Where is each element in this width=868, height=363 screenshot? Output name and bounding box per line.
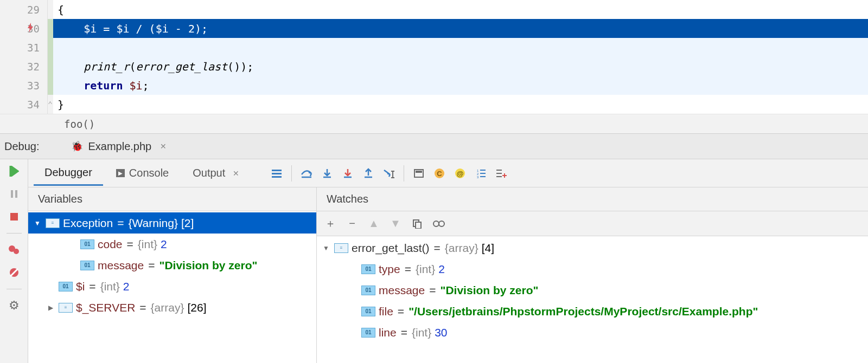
show-frames-button[interactable] [267,164,286,183]
line-number[interactable]: 34 [0,95,47,114]
tree-row[interactable]: ▼≡Exception = {Warning} [2] [28,212,316,234]
line-number[interactable]: 33 [0,76,47,95]
line-number[interactable]: 30 [0,19,47,38]
stop-button[interactable] [7,209,22,224]
svg-rect-9 [272,176,282,178]
array-icon: ≡ [334,243,348,253]
debug-side-controls: ⚙ [0,159,28,363]
move-down-button[interactable]: ▼ [388,217,403,231]
resume-button[interactable] [7,164,22,179]
svg-rect-38 [416,222,421,229]
code-area[interactable]: { $i = $i / ($i - 2); print_r(error_get_… [53,0,868,114]
add-watch-button[interactable]: ＋ [323,217,337,231]
watch-value: 30 [435,326,447,339]
lightning-icon [26,22,42,35]
step-over-button[interactable] [297,164,316,183]
mute-breakpoints-button[interactable] [7,265,22,280]
step-out-button[interactable] [359,164,378,183]
settings-button[interactable]: ⚙ [7,298,22,313]
line-number[interactable]: 31 [0,38,47,57]
svg-rect-8 [272,173,282,174]
close-icon[interactable]: ✕ [233,169,239,178]
close-tab-icon[interactable]: ✕ [160,142,167,151]
change-marker [48,19,53,38]
show-at-button[interactable]: @ [451,164,469,183]
tree-row[interactable]: 01file = "/Users/jetbrains/PhpstormProje… [317,301,868,322]
watches-panel: Watches ＋ − ▲ ▼ ▼≡error_get_last() = {ar… [317,187,868,363]
code-line[interactable]: $i = $i / ($i - 2); [53,19,868,38]
change-marker [48,57,53,76]
step-into-button[interactable] [318,164,336,183]
debug-body: ⚙ Debugger ▶ Console Output ✕ [0,159,868,363]
code-line[interactable]: print_r(error_get_last()); [53,57,868,76]
svg-rect-31 [480,176,486,177]
svg-rect-34 [496,176,502,177]
tab-debugger[interactable]: Debugger [34,161,103,186]
expand-arrow-icon[interactable]: ▶ [46,304,55,312]
tab-console[interactable]: ▶ Console [105,161,180,185]
var-name: $i [76,280,85,293]
svg-rect-21 [416,171,422,173]
watches-tree[interactable]: ▼≡error_get_last() = {array} [4]01type =… [317,236,868,363]
svg-text:3: 3 [477,176,479,178]
svg-rect-2 [10,213,18,221]
show-list-button[interactable]: 123 [471,164,490,183]
line-number[interactable]: 32 [0,57,47,76]
show-watches-button[interactable] [432,217,446,231]
code-line[interactable]: ⌃} [53,95,868,114]
primitive-icon: 01 [80,239,94,249]
variables-tree[interactable]: ▼≡Exception = {Warning} [2]01code = {int… [28,211,316,363]
tree-row[interactable]: ▼≡error_get_last() = {array} [4] [317,237,868,258]
svg-rect-33 [496,173,502,174]
show-class-button[interactable]: C [430,164,449,183]
svg-point-4 [14,249,19,254]
var-name: Exception [63,217,113,230]
tree-row[interactable]: ▶≡$_SERVER = {array} [26] [28,297,316,318]
var-value: "Division by zero" [159,259,257,272]
tree-row[interactable]: 01line = {int} 30 [317,322,868,343]
run-to-cursor-button[interactable] [380,164,398,183]
separator [404,165,404,182]
object-icon: ≡ [46,218,60,228]
variables-header: Variables [28,187,316,211]
pause-button[interactable] [7,186,22,202]
fold-end-icon[interactable]: ⌃ [48,100,53,109]
force-step-into-button[interactable] [339,164,357,183]
add-watch-list-button[interactable] [492,164,510,183]
svg-rect-30 [480,173,486,174]
var-value: 2 [161,238,167,251]
console-icon: ▶ [116,169,125,177]
watch-key: message [379,284,425,297]
svg-rect-1 [15,190,17,198]
change-stripe [48,0,53,114]
move-up-button[interactable]: ▲ [367,217,381,231]
tree-row[interactable]: 01message = "Division by zero" [317,280,868,301]
debug-session-tab[interactable]: 🐞 Example.php ✕ [67,138,171,155]
code-line[interactable] [53,38,868,57]
tree-row[interactable]: 01message = "Division by zero" [28,255,316,276]
breadcrumb[interactable]: foo() [0,114,868,133]
array-icon: ≡ [59,303,73,313]
code-line[interactable]: return $i; [53,76,868,95]
change-marker [48,76,53,95]
tree-row[interactable]: 01$i = {int} 2 [28,276,316,297]
view-breakpoints-button[interactable] [7,242,22,257]
line-number[interactable]: 29 [0,0,47,19]
primitive-icon: 01 [361,328,375,338]
remove-watch-button[interactable]: − [345,217,359,231]
breadcrumb-item[interactable]: foo() [64,118,95,130]
evaluate-expression-button[interactable] [410,164,428,183]
expand-arrow-icon[interactable]: ▼ [321,244,331,252]
copy-watch-button[interactable] [410,217,424,231]
separator [7,289,22,289]
tree-row[interactable]: 01type = {int} 2 [317,258,868,280]
expand-arrow-icon[interactable]: ▼ [33,219,42,227]
tab-output[interactable]: Output ✕ [182,161,250,185]
code-line[interactable]: { [53,0,868,19]
editor-area: 293031323334 { $i = $i / ($i - 2); print… [0,0,868,114]
var-name: code [98,238,123,251]
watch-key: file [379,305,393,318]
tree-row[interactable]: 01code = {int} 2 [28,234,316,255]
watch-key: line [379,326,397,339]
watch-value: "/Users/jetbrains/PhpstormProjects/MyPro… [409,305,758,318]
